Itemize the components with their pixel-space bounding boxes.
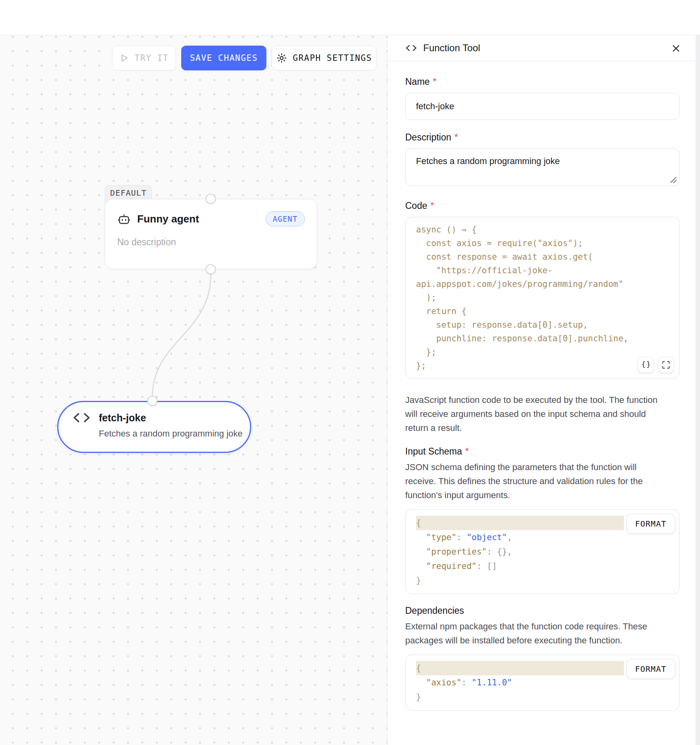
robot-icon [117,212,131,226]
panel-body: Name* Description* Fetches a random prog… [388,76,700,711]
code-help-text: JavaScript function code to be executed … [405,393,680,435]
top-bar [0,0,700,35]
graph-canvas[interactable]: TRY IT SAVE CHANGES GRAPH SETTINGS DEFAU… [0,35,387,745]
tool-node-description: Fetches a random programming joke [99,429,250,439]
try-it-label: TRY IT [135,53,169,63]
agent-node-top-handle[interactable] [206,194,216,204]
canvas-toolbar: TRY IT SAVE CHANGES GRAPH SETTINGS [112,46,376,70]
edge-connector [0,35,387,745]
graph-settings-label: GRAPH SETTINGS [293,53,372,63]
expand-icon-button[interactable] [658,357,674,372]
input-schema-label: Input Schema* [405,446,680,457]
save-changes-label: SAVE CHANGES [190,53,258,63]
required-asterisk: * [465,446,469,457]
agent-node-description: No description [117,237,305,248]
save-changes-button[interactable]: SAVE CHANGES [181,46,266,70]
panel-header: Function Tool [388,35,700,61]
input-schema-description: JSON schema defining the parameters that… [405,460,680,502]
dependencies-editor[interactable]: { "axios": "1.11.0"} FORMAT [405,655,680,711]
code-icon [405,44,417,52]
tool-node-title: fetch-joke [99,412,146,424]
format-button[interactable]: FORMAT [626,659,675,679]
code-label: Code* [405,200,680,211]
agent-node-title: Funny agent [137,213,259,225]
description-textarea[interactable]: Fetches a random programming joke [405,148,680,186]
required-asterisk: * [454,132,458,143]
agent-type-badge: AGENT [266,211,305,226]
gear-icon [276,52,287,64]
code-content[interactable]: async () ⇒ { const axios = require("axio… [416,223,669,372]
dependencies-description: External npm packages that the function … [405,619,680,647]
code-editor[interactable]: async () ⇒ { const axios = require("axio… [405,217,680,379]
name-label: Name* [405,76,680,87]
close-icon[interactable] [670,42,682,55]
agent-node-bottom-handle[interactable] [206,264,216,274]
play-icon [120,53,129,63]
resize-grip-icon[interactable] [670,176,677,183]
required-asterisk: * [430,200,434,211]
dependencies-label: Dependencies [405,605,680,616]
tool-node-fetch-joke[interactable]: fetch-joke Fetches a random programming … [57,401,251,453]
description-label: Description* [405,132,680,143]
name-input[interactable] [405,93,680,120]
required-asterisk: * [433,76,436,87]
format-button[interactable]: FORMAT [626,514,675,534]
agent-node[interactable]: Funny agent AGENT No description [105,199,317,269]
panel-scrollbar[interactable] [696,35,700,745]
graph-settings-button[interactable]: GRAPH SETTINGS [272,46,376,70]
panel-title: Function Tool [423,42,480,54]
input-schema-editor[interactable]: { "type": "object", "properties": {}, "r… [405,509,680,594]
code-icon [72,412,91,424]
tool-node-top-handle[interactable] [147,396,158,406]
function-tool-panel: Function Tool Name* Description* Fetches… [387,35,700,745]
braces-icon-button[interactable] [638,357,654,372]
try-it-button[interactable]: TRY IT [112,46,176,70]
